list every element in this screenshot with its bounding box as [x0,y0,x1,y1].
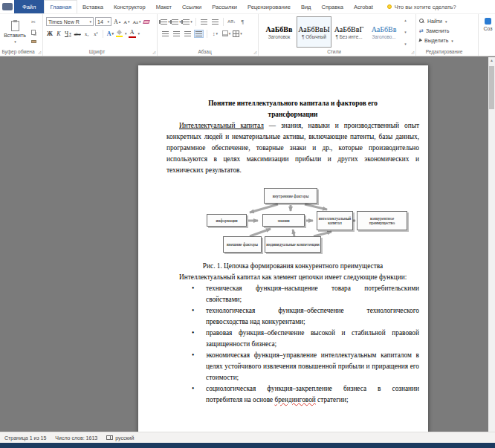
style-card-no-spacing[interactable]: АаБбВвГ ¶ Без инте... [331,16,366,48]
search-icon [419,19,425,25]
decrease-indent-icon[interactable] [199,18,209,26]
figure-node-information: информация [207,214,247,227]
find-button[interactable]: Найти ▾ [419,16,476,26]
multilevel-list-icon[interactable]: ▾ [183,18,192,26]
chevron-down-icon: ▾ [451,39,453,43]
shading-icon[interactable]: ▾ [221,30,231,38]
line-spacing-icon[interactable]: ↕▾ [210,30,220,38]
style-name: ¶ Без инте... [336,34,363,39]
styles-scroll-down-icon[interactable]: ▾ [404,30,407,34]
increase-indent-icon[interactable] [210,18,220,26]
clipboard-dialog-launcher[interactable]: ◿ [38,51,41,54]
styles-dialog-launcher[interactable]: ◿ [411,51,414,54]
editing-group: Найти ▾ ⇄ Заменить Выделить ▾ Редактиров… [416,14,479,56]
language-indicator[interactable]: русский [106,435,134,441]
style-card-heading2[interactable]: АаБбВв Заголово... [366,16,401,48]
figure-node-knowledge: знания [262,214,305,227]
tab-mailings[interactable]: Рассылки [207,0,242,13]
style-preview: АаБбВв [372,25,397,33]
tab-file[interactable]: Файл [14,0,44,13]
paste-button[interactable]: Вставить ▾ [3,16,27,48]
tab-help[interactable]: Справка [316,0,348,13]
align-left-icon[interactable] [161,30,170,38]
show-paragraph-marks-icon[interactable]: ¶ [238,18,248,26]
chevron-down-icon: ▾ [89,19,91,24]
highlight-color-icon[interactable] [116,30,123,37]
clipboard-icon [11,21,19,31]
select-label: Выделить [424,38,448,43]
align-center-icon[interactable] [172,30,181,38]
font-group: Times New R ▾ 14 ▾ А▴ А▾ Аа▾ Ж К Ч▾ abc … [43,14,158,56]
bullet-list-icon[interactable]: ▾ [161,18,170,26]
underline-button[interactable]: Ч▾ [64,30,72,38]
list-item[interactable]: техническая функция–насыщение товара пот… [166,283,419,305]
subscript-button[interactable]: x₂ [83,30,91,38]
strikethrough-button[interactable]: abc [74,30,82,38]
list-item[interactable]: правовая функция–обеспечение высокой и с… [166,328,419,350]
font-dialog-launcher[interactable]: ◿ [152,51,155,54]
font-size-select[interactable]: 14 ▾ [95,17,111,26]
paragraph-dialog-launcher[interactable]: ◿ [253,51,256,54]
share-button[interactable]: Соз [482,16,494,31]
chevron-down-icon: ▾ [138,31,140,36]
tab-acrobat[interactable]: Acrobat [349,0,378,13]
change-case-button[interactable]: Аа▾ [132,18,142,26]
grow-font-button[interactable]: А▴ [113,18,121,26]
style-card-normal[interactable]: АаБбВвЫ ¶ Обычный [297,16,331,48]
replace-button[interactable]: ⇄ Заменить [419,26,476,36]
tellme-search[interactable]: Что вы хотите сделать? [387,0,456,13]
style-name: Заголовок [268,34,291,39]
borders-icon[interactable]: ▾ [233,30,242,38]
font-size-value: 14 [97,19,103,25]
figure-diagram[interactable]: внутренние факторы информация знания инт… [166,185,419,257]
font-color-button[interactable]: А [129,30,136,38]
font-group-label: Шрифт [43,49,151,54]
font-name-select[interactable]: Times New R ▾ [46,17,94,26]
list-item[interactable]: экономическая функция–управление интелле… [166,350,419,383]
document-area: Понятие интеллектуального капитала и фак… [0,57,495,432]
word-count[interactable]: Число слов: 1613 [55,435,97,441]
tab-design[interactable]: Конструктор [109,0,151,13]
style-card-heading[interactable]: АаБбВв Заголовок [262,16,297,48]
styles-more-icon[interactable]: ▾ [404,42,407,46]
italic-button[interactable]: К [55,30,62,38]
superscript-button[interactable]: x² [92,30,100,38]
select-button[interactable]: Выделить ▾ [419,36,476,45]
tab-references[interactable]: Ссылки [177,0,207,13]
sort-icon[interactable]: АЯ↓ [227,18,236,26]
tab-review[interactable]: Рецензирование [242,0,296,13]
tab-home[interactable]: Главная [44,0,77,13]
format-painter-icon[interactable] [29,38,38,45]
cut-icon[interactable]: ✂ [29,19,38,26]
document-page[interactable]: Понятие интеллектуального капитала и фак… [138,65,428,432]
align-right-icon[interactable] [183,30,192,38]
shrink-font-button[interactable]: А▾ [123,18,130,26]
page-indicator[interactable]: Страница 1 из 15 [4,435,46,441]
style-name: Заголово... [372,34,395,39]
paragraph-1[interactable]: Интеллектуальный капитал — знания, навык… [166,120,419,176]
vertical-scrollbar[interactable]: ▲ [488,57,495,432]
paragraph-2[interactable]: Интеллектуальный капитал как элемент цеп… [166,272,419,283]
styles-scroll-up-icon[interactable]: ▴ [404,18,407,22]
figure-node-competitive-advantage: конкурентное преимущество [357,211,407,230]
style-name: ¶ Обычный [302,34,326,39]
share-label: Соз [483,26,492,31]
clear-formatting-icon[interactable] [143,20,150,24]
text-effects-button[interactable]: А▾ [106,30,114,38]
scrollbar-thumb[interactable] [489,66,494,109]
list-item[interactable]: социологическая функция–закрепление бизн… [166,383,419,406]
figure-caption[interactable]: Рис. 1. Цепочка формирования конкурентно… [166,261,419,272]
word-window: Файл Главная Вставка Конструктор Макет С… [0,0,495,448]
justify-icon[interactable] [194,30,204,38]
tab-layout[interactable]: Макет [151,0,177,13]
figure-node-individual-competences: индивидуальные компетенции [265,236,321,253]
document-title[interactable]: Понятие интеллектуального капитала и фак… [166,98,419,120]
scroll-up-icon[interactable]: ▲ [488,58,495,62]
taskbar-strip [0,443,495,448]
bold-button[interactable]: Ж [46,30,54,38]
list-item[interactable]: технологическая функция–обеспечение техн… [166,305,419,328]
tab-insert[interactable]: Вставка [77,0,109,13]
tab-view[interactable]: Вид [296,0,317,13]
copy-icon[interactable] [29,28,38,36]
numbered-list-icon[interactable]: ▾ [172,18,181,26]
